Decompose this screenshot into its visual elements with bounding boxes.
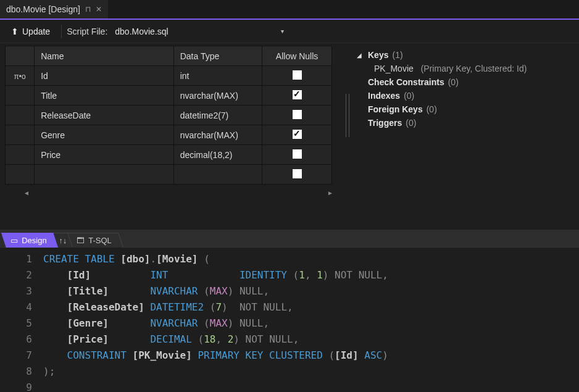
tab-tsql[interactable]: 🗔 T-SQL: [68, 233, 123, 248]
checkbox-unchecked-icon[interactable]: [293, 70, 302, 80]
nulls-cell[interactable]: [262, 86, 332, 106]
table-row[interactable]: π•o Id int: [6, 66, 332, 86]
scroll-left-icon[interactable]: ◄: [23, 190, 30, 196]
document-tab-strip: dbo.Movie [Design] ⊓ ✕: [0, 0, 579, 20]
upload-icon: ⬆: [11, 27, 19, 36]
type-cell[interactable]: [173, 165, 262, 185]
nulls-cell[interactable]: [262, 66, 332, 86]
line-number: 4: [0, 299, 32, 315]
document-tab[interactable]: dbo.Movie [Design] ⊓ ✕: [0, 0, 108, 19]
table-row[interactable]: ReleaseDate datetime2(7): [6, 106, 332, 125]
nulls-cell[interactable]: [262, 125, 332, 145]
check-constraints-section[interactable]: Check Constraints (0): [357, 75, 574, 89]
check-constraints-label: Check Constraints: [368, 77, 444, 87]
keys-label: Keys: [368, 50, 388, 60]
name-cell[interactable]: Price: [35, 145, 174, 165]
chevron-down-icon: ▾: [281, 28, 284, 35]
document-tab-title: dbo.Movie [Design]: [6, 4, 80, 14]
sql-editor: 1 2 3 4 5 6 7 8 9 CREATE TABLE [dbo].[Mo…: [0, 247, 579, 392]
line-number: 8: [0, 364, 32, 380]
columns-grid-wrap: Name Data Type Allow Nulls π•o Id int Ti…: [0, 43, 346, 230]
scroll-right-icon[interactable]: ►: [327, 190, 333, 196]
row-selector-header: [6, 46, 35, 66]
nulls-cell[interactable]: [262, 145, 332, 165]
scriptfile-dropdown[interactable]: dbo.Movie.sql ▾: [110, 25, 289, 38]
name-cell[interactable]: [35, 165, 174, 185]
tab-design[interactable]: ▭ Design: [1, 233, 58, 248]
check-constraints-count: (0): [448, 77, 459, 87]
tab-design-label: Design: [22, 236, 46, 245]
primary-key-icon: π•o: [14, 72, 26, 81]
key-item-name: PK_Movie: [374, 64, 414, 73]
tab-tsql-label: T-SQL: [89, 236, 112, 245]
type-cell[interactable]: int: [173, 66, 262, 86]
pin-icon[interactable]: ⊓: [85, 5, 91, 14]
checkbox-unchecked-icon[interactable]: [293, 169, 302, 178]
nulls-cell[interactable]: [262, 106, 332, 125]
name-cell[interactable]: Genre: [35, 125, 174, 145]
name-cell[interactable]: ReleaseDate: [35, 106, 174, 125]
keys-count: (1): [392, 50, 402, 60]
columns-grid[interactable]: Name Data Type Allow Nulls π•o Id int Ti…: [5, 46, 332, 185]
update-button[interactable]: ⬆ Update: [5, 24, 56, 39]
indexes-label: Indexes: [368, 91, 400, 101]
type-cell[interactable]: nvarchar(MAX): [173, 125, 262, 145]
col-header-name[interactable]: Name: [35, 46, 174, 66]
foreign-keys-count: (0): [427, 104, 437, 114]
triggers-section[interactable]: Triggers (0): [357, 116, 574, 130]
type-cell[interactable]: datetime2(7): [173, 106, 262, 125]
triggers-label: Triggers: [368, 118, 402, 128]
line-number: 2: [0, 267, 32, 283]
designer-pane-tabs: ▭ Design ↑↓ 🗔 T-SQL: [0, 230, 579, 247]
foreign-keys-label: Foreign Keys: [368, 104, 423, 114]
foreign-keys-section[interactable]: Foreign Keys (0): [357, 102, 574, 116]
triggers-count: (0): [406, 118, 416, 128]
table-properties-pane: ◢ Keys (1) PK_Movie (Primary Key, Cluste…: [346, 43, 579, 230]
table-row[interactable]: Genre nvarchar(MAX): [6, 125, 332, 145]
type-cell[interactable]: decimal(18,2): [173, 145, 262, 165]
design-icon: ▭: [10, 236, 18, 245]
table-row[interactable]: [6, 165, 332, 185]
line-number: 7: [0, 348, 32, 364]
col-header-type[interactable]: Data Type: [173, 46, 262, 66]
indexes-count: (0): [404, 91, 414, 101]
line-number: 3: [0, 283, 32, 299]
toolbar-divider: [61, 25, 62, 38]
col-header-nulls[interactable]: Allow Nulls: [262, 46, 332, 66]
indexes-section[interactable]: Indexes (0): [357, 89, 574, 102]
designer-pane: Name Data Type Allow Nulls π•o Id int Ti…: [0, 43, 579, 230]
line-number: 5: [0, 315, 32, 332]
scriptfile-label: Script File:: [67, 27, 107, 36]
horizontal-scrollbar[interactable]: ◄ ►: [23, 188, 333, 197]
splitter-handle[interactable]: [346, 94, 349, 137]
swap-icon: ↑↓: [59, 236, 67, 245]
key-item-meta: (Primary Key, Clustered: Id): [421, 64, 527, 73]
update-button-label: Update: [22, 27, 50, 36]
checkbox-checked-icon[interactable]: [293, 90, 302, 99]
nulls-cell[interactable]: [262, 165, 332, 185]
table-row[interactable]: Title nvarchar(MAX): [6, 86, 332, 106]
line-number: 1: [0, 251, 32, 267]
close-icon[interactable]: ✕: [96, 5, 102, 14]
designer-toolbar: ⬆ Update Script File: dbo.Movie.sql ▾: [0, 20, 579, 43]
name-cell[interactable]: Id: [35, 66, 174, 86]
checkbox-unchecked-icon[interactable]: [293, 149, 302, 159]
pk-cell: π•o: [6, 66, 35, 86]
type-cell[interactable]: nvarchar(MAX): [173, 86, 262, 106]
expander-expanded-icon[interactable]: ◢: [357, 52, 364, 59]
name-cell[interactable]: Title: [35, 86, 174, 106]
scriptfile-value: dbo.Movie.sql: [115, 27, 168, 36]
line-number-gutter: 1 2 3 4 5 6 7 8 9: [0, 248, 43, 392]
checkbox-checked-icon[interactable]: [293, 130, 302, 139]
line-number: 9: [0, 380, 32, 392]
checkbox-unchecked-icon[interactable]: [293, 110, 302, 119]
sql-icon: 🗔: [77, 236, 85, 245]
sql-code[interactable]: CREATE TABLE [dbo].[Movie] ( [Id] INT ID…: [43, 248, 579, 392]
key-item[interactable]: PK_Movie (Primary Key, Clustered: Id): [357, 62, 574, 75]
line-number: 6: [0, 332, 32, 348]
columns-grid-header: Name Data Type Allow Nulls: [6, 46, 332, 66]
keys-section[interactable]: ◢ Keys (1): [357, 48, 574, 62]
table-row[interactable]: Price decimal(18,2): [6, 145, 332, 165]
